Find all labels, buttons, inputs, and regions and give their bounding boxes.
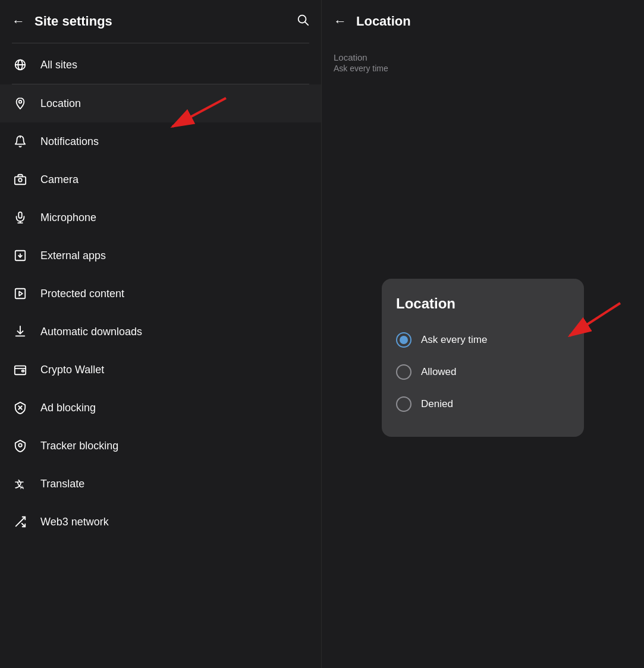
svg-point-5	[19, 100, 22, 103]
camera-icon	[12, 171, 29, 188]
menu-label-automatic-downloads: Automatic downloads	[40, 326, 142, 338]
translate-icon: 文 A	[12, 475, 29, 492]
svg-text:A: A	[20, 484, 24, 490]
svg-rect-18	[22, 370, 24, 372]
dialog-title: Location	[396, 295, 570, 312]
svg-point-21	[18, 443, 22, 447]
menu-item-camera[interactable]: Camera	[0, 160, 321, 198]
menu-label-tracker-blocking: Tracker blocking	[40, 440, 118, 452]
left-panel: ← Site settings All sites Location	[0, 0, 322, 668]
menu-label-microphone: Microphone	[40, 212, 96, 224]
globe-icon	[12, 56, 29, 73]
left-header: ← Site settings	[0, 0, 321, 43]
svg-line-1	[305, 22, 308, 25]
radio-label-ask: Ask every time	[421, 334, 487, 346]
menu-item-web3-network[interactable]: Web3 network	[0, 503, 321, 541]
radio-circle-denied	[396, 396, 411, 412]
menu-item-tracker-blocking[interactable]: Tracker blocking	[0, 427, 321, 465]
menu-item-protected-content[interactable]: Protected content	[0, 275, 321, 313]
radio-circle-ask	[396, 332, 411, 348]
menu-label-all-sites: All sites	[40, 59, 77, 71]
menu-item-all-sites[interactable]: All sites	[0, 46, 321, 84]
radio-circle-allowed	[396, 364, 411, 380]
svg-point-8	[18, 178, 22, 182]
tracker-blocking-icon	[12, 437, 29, 454]
menu-item-ad-blocking[interactable]: Ad blocking	[0, 389, 321, 427]
menu-item-location[interactable]: Location	[0, 84, 321, 122]
menu-label-crypto-wallet: Crypto Wallet	[40, 364, 104, 376]
menu-item-automatic-downloads[interactable]: Automatic downloads	[0, 313, 321, 351]
menu-label-ad-blocking: Ad blocking	[40, 402, 96, 414]
svg-marker-15	[19, 291, 23, 295]
download-icon	[12, 323, 29, 340]
menu-list: All sites Location Notifications Camera	[0, 43, 321, 668]
protected-content-icon	[12, 285, 29, 302]
menu-label-external-apps: External apps	[40, 250, 106, 262]
search-button[interactable]	[296, 13, 309, 30]
radio-option-denied[interactable]: Denied	[396, 388, 570, 420]
menu-label-notifications: Notifications	[40, 136, 99, 148]
radio-option-ask[interactable]: Ask every time	[396, 324, 570, 356]
radio-label-denied: Denied	[421, 398, 453, 410]
left-header-title: Site settings	[34, 14, 112, 29]
menu-item-crypto-wallet[interactable]: Crypto Wallet	[0, 351, 321, 389]
search-icon	[296, 13, 309, 26]
radio-option-allowed[interactable]: Allowed	[396, 356, 570, 388]
right-panel: ← Location Location Ask every time Locat…	[322, 0, 644, 668]
location-icon	[12, 95, 29, 112]
left-back-button[interactable]: ←	[12, 15, 25, 28]
menu-item-notifications[interactable]: Notifications	[0, 122, 321, 160]
menu-label-camera: Camera	[40, 174, 78, 186]
web3-icon	[12, 513, 29, 530]
location-dialog: Location Ask every time Allowed Denied	[382, 279, 584, 437]
bell-icon	[12, 133, 29, 150]
menu-item-translate[interactable]: 文 A Translate	[0, 465, 321, 503]
svg-rect-9	[18, 212, 22, 218]
external-apps-icon	[12, 247, 29, 264]
ad-blocking-icon	[12, 399, 29, 416]
radio-label-allowed: Allowed	[421, 366, 457, 378]
wallet-icon	[12, 361, 29, 378]
dialog-overlay: Location Ask every time Allowed Denied	[322, 0, 644, 668]
menu-item-microphone[interactable]: Microphone	[0, 198, 321, 237]
menu-item-external-apps[interactable]: External apps	[0, 237, 321, 275]
radio-inner-ask	[400, 336, 408, 344]
microphone-icon	[12, 209, 29, 226]
svg-rect-14	[15, 289, 26, 299]
menu-label-web3-network: Web3 network	[40, 516, 109, 528]
menu-label-translate: Translate	[40, 478, 84, 490]
menu-label-location: Location	[40, 97, 81, 110]
menu-label-protected-content: Protected content	[40, 288, 124, 300]
